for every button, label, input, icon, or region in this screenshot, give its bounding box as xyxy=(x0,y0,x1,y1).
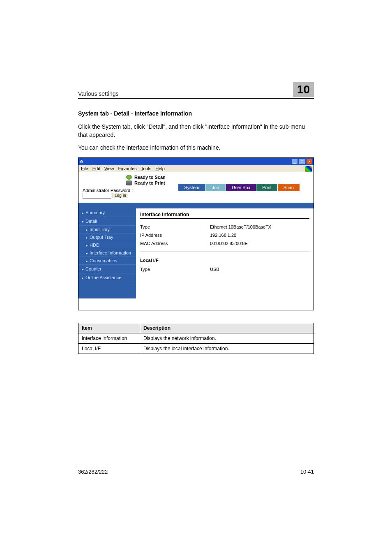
type-label: Type xyxy=(140,224,210,229)
sidebar-hdd-label: HDD xyxy=(90,243,99,247)
main-content: Interface Information Type Ethernet 10Ba… xyxy=(136,208,314,298)
sidebar-item-output-tray[interactable]: Output Tray xyxy=(78,234,136,241)
close-button[interactable]: × xyxy=(306,159,313,164)
window-titlebar: e _ □ × xyxy=(78,158,314,165)
cell-item-0: Interface Information xyxy=(78,333,140,343)
minimize-button[interactable]: _ xyxy=(291,159,298,164)
sidebar-interface-label: Interface Information xyxy=(90,250,131,255)
sidebar-item-counter[interactable]: Counter xyxy=(78,265,136,273)
blue-separator xyxy=(78,203,314,208)
footer-left: 362/282/222 xyxy=(78,469,108,475)
menu-favorites[interactable]: Favorites xyxy=(118,166,136,171)
menu-help[interactable]: Help xyxy=(155,166,165,171)
sidebar-consumables-label: Consumables xyxy=(90,258,117,263)
login-button[interactable]: Log-in xyxy=(113,193,128,198)
ip-label: IP Address xyxy=(140,233,210,238)
sidebar-item-summary[interactable]: Summary xyxy=(78,208,136,217)
menu-tools-label: ools xyxy=(143,166,151,171)
browser-window: e _ □ × File Edit View Favorites Tools H… xyxy=(78,157,314,310)
mac-value: 00:0D:02:83:00:8E xyxy=(210,241,309,246)
menu-file[interactable]: File xyxy=(81,166,88,171)
menu-view-label: iew xyxy=(107,166,114,171)
cell-desc-0: Displays the network information. xyxy=(140,333,314,343)
sidebar-item-online[interactable]: Online Assistance xyxy=(78,273,136,282)
admin-password-input[interactable] xyxy=(83,193,111,199)
menubar: File Edit View Favorites Tools Help xyxy=(78,165,314,172)
menu-help-label: elp xyxy=(159,166,165,171)
tab-print[interactable]: Print xyxy=(256,184,278,191)
window-controls: _ □ × xyxy=(291,159,313,164)
sidebar-item-input-tray[interactable]: Input Tray xyxy=(78,226,136,234)
description-table: Item Description Interface Information D… xyxy=(78,323,314,354)
local-type-label: Type xyxy=(140,267,210,272)
mac-label: MAC Address xyxy=(140,241,210,246)
status-ready-scan: Ready to Scan xyxy=(134,175,166,180)
sidebar: Summary Detail Input Tray Output Tray HD… xyxy=(78,208,136,298)
tab-row: System Job User Box Print Scan xyxy=(178,184,300,191)
local-if-title: Local I/F xyxy=(140,258,309,263)
sidebar-online-label: Online Assistance xyxy=(85,275,121,280)
th-description: Description xyxy=(140,323,314,333)
menu-fav-label: vorites xyxy=(123,166,136,171)
tab-user-box[interactable]: User Box xyxy=(226,184,256,191)
sidebar-item-interface[interactable]: Interface Information xyxy=(78,249,136,257)
paragraph-1: Click the System tab, click "Detail", an… xyxy=(78,123,314,139)
sidebar-detail-label: Detail xyxy=(85,219,97,224)
type-value: Ethernet 10BaseT/100BaseTX xyxy=(210,224,309,229)
th-item: Item xyxy=(78,323,140,333)
menu-view[interactable]: View xyxy=(104,166,114,171)
menu-tools[interactable]: Tools xyxy=(141,166,152,171)
sidebar-item-consumables[interactable]: Consumables xyxy=(78,257,136,265)
sidebar-output-label: Output Tray xyxy=(90,235,113,240)
status-ready-print: Ready to Print xyxy=(134,180,165,185)
tab-job[interactable]: Job xyxy=(205,184,226,191)
paragraph-2: You can check the interface information … xyxy=(78,143,314,152)
table-row: Local I/F Displays the local interface i… xyxy=(78,343,314,354)
windows-logo-icon xyxy=(305,166,312,172)
admin-password-label: Administrator Password : xyxy=(83,188,133,193)
sidebar-summary-label: Summary xyxy=(85,210,105,215)
sidebar-input-label: Input Tray xyxy=(90,227,110,232)
maximize-button[interactable]: □ xyxy=(299,159,305,164)
menu-file-label: ile xyxy=(84,166,88,171)
footer-right: 10-41 xyxy=(300,469,314,475)
sidebar-item-detail[interactable]: Detail xyxy=(78,217,136,226)
local-type-value: USB xyxy=(210,267,309,272)
menu-edit-label: dit xyxy=(95,166,100,171)
sidebar-counter-label: Counter xyxy=(85,266,101,271)
running-header: Various settings xyxy=(78,90,119,97)
table-row: Interface Information Displays the netwo… xyxy=(78,333,314,343)
print-status-icon xyxy=(126,180,132,185)
chapter-number: 10 xyxy=(293,82,314,97)
cell-item-1: Local I/F xyxy=(78,343,140,354)
section-title: System tab - Detail - Interface Informat… xyxy=(78,110,314,117)
cell-desc-1: Displays the local interface information… xyxy=(140,343,314,354)
tab-system[interactable]: System xyxy=(178,184,205,191)
sidebar-item-hdd[interactable]: HDD xyxy=(78,241,136,249)
content-title: Interface Information xyxy=(140,212,309,219)
ie-icon: e xyxy=(79,159,83,164)
scan-status-icon xyxy=(126,175,132,180)
tab-scan[interactable]: Scan xyxy=(278,184,300,191)
menu-edit[interactable]: Edit xyxy=(92,166,100,171)
ip-value: 192.168.1.20 xyxy=(210,233,309,238)
